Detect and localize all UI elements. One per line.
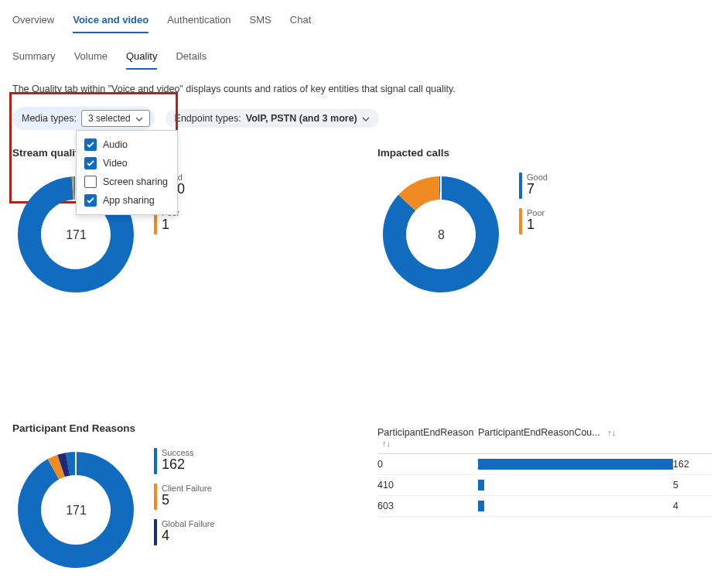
impacted-calls-legend: Good7Poor1 — [519, 171, 548, 299]
endpoint-types-filter[interactable]: Endpoint types: VoIP, PSTN (and 3 more) — [166, 109, 379, 128]
media-option-label: Screen sharing — [103, 176, 168, 187]
col-header-reason[interactable]: ParticipantEndReason ↑↓ — [377, 427, 478, 449]
legend-color-icon — [519, 173, 522, 199]
endpoint-types-label: Endpoint types: — [175, 113, 241, 124]
legend-color-icon — [519, 208, 522, 234]
sort-icon: ↑↓ — [607, 428, 616, 437]
end-reasons-title: Participant End Reasons — [12, 422, 347, 434]
tab-chat[interactable]: Chat — [290, 9, 311, 33]
legend-value: 7 — [527, 182, 548, 197]
checkbox-icon — [84, 176, 97, 188]
legend-item: Global Failure4 — [154, 519, 214, 545]
impacted-calls-total: 8 — [438, 228, 445, 242]
checkbox-icon — [84, 194, 97, 207]
svg-rect-1 — [440, 176, 442, 200]
media-types-dropdown[interactable]: 3 selected — [81, 110, 150, 127]
legend-value: 5 — [162, 493, 212, 508]
endpoint-types-value: VoIP, PSTN (and 3 more) — [246, 113, 357, 124]
media-types-value: 3 selected — [88, 113, 131, 124]
legend-value: 4 — [162, 528, 214, 544]
tab-authentication[interactable]: Authentication — [167, 9, 231, 33]
media-option-video[interactable]: Video — [80, 154, 174, 173]
cell-reason: 410 — [377, 480, 478, 491]
bar-icon — [478, 501, 484, 511]
cell-bar — [478, 480, 673, 491]
legend-value: 1 — [527, 217, 545, 233]
legend-value: 1 — [162, 217, 179, 233]
stream-quality-total: 171 — [66, 228, 87, 242]
end-reasons-card: Participant End Reasons 171 Success162Cl… — [12, 422, 347, 574]
cell-reason: 603 — [377, 501, 478, 511]
media-option-label: Video — [103, 158, 128, 169]
cell-bar — [478, 459, 673, 470]
impacted-calls-chart: 8 — [377, 171, 505, 299]
media-option-screen-sharing[interactable]: Screen sharing — [80, 173, 174, 191]
col-header-count[interactable]: ParticipantEndReasonCou... ↑↓ — [478, 427, 712, 449]
legend-item: Client Failure5 — [154, 484, 214, 510]
media-option-label: Audio — [103, 139, 128, 150]
cell-count: 5 — [673, 480, 712, 491]
checkbox-icon — [84, 157, 97, 169]
sub-tabs: SummaryVolumeQualityDetails — [12, 33, 712, 70]
page-description: The Quality tab within "Voice and video"… — [12, 84, 712, 94]
legend-label: Global Failure — [162, 519, 214, 528]
checkbox-icon — [84, 138, 97, 151]
chevron-down-icon — [135, 113, 143, 124]
table-row[interactable]: 0162 — [377, 454, 712, 475]
media-types-label: Media types: — [22, 113, 77, 124]
col-header-reason-label: ParticipantEndReason — [377, 427, 473, 438]
end-reasons-table: ParticipantEndReason ↑↓ ParticipantEndRe… — [377, 422, 712, 574]
subtab-details[interactable]: Details — [176, 47, 207, 70]
filters-row: Media types: 3 selected Endpoint types: … — [12, 107, 712, 130]
bar-icon — [478, 459, 673, 470]
stream-quality-card: Stream quality 171 Good170Poor1 — [12, 147, 347, 299]
col-header-count-label: ParticipantEndReasonCou... — [478, 427, 600, 438]
end-reasons-total: 171 — [66, 504, 87, 518]
bar-icon — [478, 480, 484, 491]
legend-value: 162 — [162, 457, 194, 473]
tab-overview[interactable]: Overview — [12, 9, 54, 33]
sort-icon: ↑↓ — [382, 439, 391, 448]
subtab-volume[interactable]: Volume — [74, 47, 108, 70]
end-reasons-legend: Success162Client Failure5Global Failure4 — [154, 446, 214, 574]
main-tabs: OverviewVoice and videoAuthenticationSMS… — [12, 6, 712, 33]
legend-item: Success162 — [154, 448, 214, 474]
tab-voice-and-video[interactable]: Voice and video — [73, 9, 149, 33]
media-types-dropdown-panel: AudioVideoScreen sharingApp sharing — [76, 130, 178, 215]
media-types-filter[interactable]: Media types: 3 selected — [12, 107, 155, 130]
media-option-audio[interactable]: Audio — [80, 135, 174, 154]
media-option-app-sharing[interactable]: App sharing — [80, 191, 174, 210]
cell-bar — [478, 501, 673, 511]
media-option-label: App sharing — [103, 195, 155, 206]
legend-color-icon — [154, 448, 157, 474]
cell-count: 4 — [673, 501, 712, 511]
subtab-quality[interactable]: Quality — [126, 47, 157, 70]
table-header: ParticipantEndReason ↑↓ ParticipantEndRe… — [377, 422, 712, 454]
table-row[interactable]: 4105 — [377, 475, 712, 496]
legend-item: Good7 — [519, 173, 548, 199]
legend-color-icon — [154, 484, 157, 510]
cell-reason: 0 — [377, 459, 478, 470]
table-row[interactable]: 6034 — [377, 496, 712, 517]
end-reasons-chart: 171 — [12, 446, 140, 574]
impacted-calls-title: Impacted calls — [377, 147, 712, 159]
svg-rect-2 — [75, 451, 77, 476]
tab-sms[interactable]: SMS — [250, 9, 272, 33]
chevron-down-icon — [362, 113, 370, 124]
subtab-summary[interactable]: Summary — [12, 47, 56, 70]
legend-item: Poor1 — [519, 208, 548, 234]
legend-color-icon — [154, 519, 157, 545]
cell-count: 162 — [673, 459, 712, 470]
stream-quality-title: Stream quality — [12, 147, 347, 159]
impacted-calls-card: Impacted calls 8 Good7Poor1 — [377, 147, 712, 299]
